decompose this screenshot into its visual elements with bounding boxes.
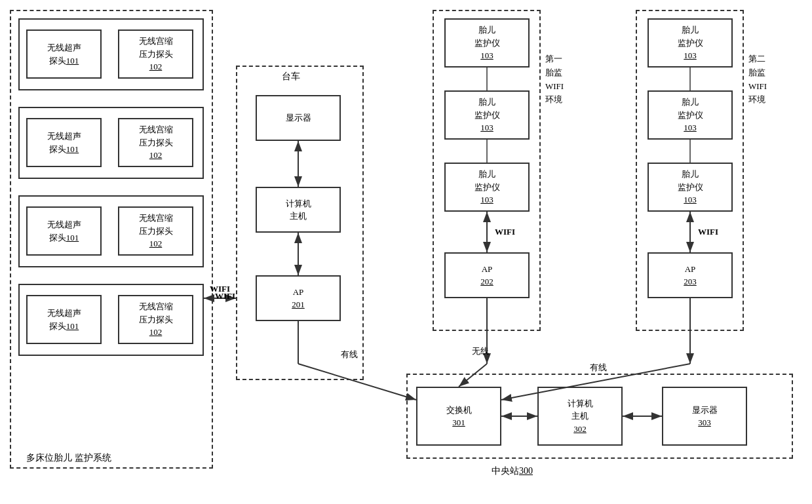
fetal-1-1: 胎儿监护仪103 <box>444 18 530 68</box>
ap201-box: AP201 <box>256 275 341 321</box>
central-station-label: 中央站300 <box>492 465 533 477</box>
fetal-2-3: 胎儿监护仪103 <box>648 163 733 212</box>
fetal-1-2: 胎儿监护仪103 <box>444 90 530 140</box>
diagram-container: 多床位胎儿 监护系统 无线超声探头101 无线宫缩压力探头102 无线超声探头1… <box>0 0 812 504</box>
first-wifi-label: 第一胎监WIFI环境 <box>545 52 564 107</box>
ultrasound-4: 无线超声探头101 <box>26 295 102 344</box>
ultrasound-1: 无线超声探头101 <box>26 29 102 79</box>
svg-text:有线: 有线 <box>590 362 607 372</box>
wifi-ap201-label: WIFI <box>215 291 235 301</box>
monitor-303: 显示器303 <box>662 387 747 446</box>
device-row-2: 无线超声探头101 无线宫缩压力探头102 <box>18 107 204 179</box>
second-wifi-label: 第二胎监WIFI环境 <box>748 52 767 107</box>
device-row-4: 无线超声探头101 无线宫缩压力探头102 <box>18 284 204 356</box>
pressure-4: 无线宫缩压力探头102 <box>118 295 193 344</box>
taiche-computer: 计算机主机 <box>256 187 341 233</box>
multi-bed-label: 多床位胎儿 监护系统 <box>26 452 111 464</box>
ultrasound-2: 无线超声探头101 <box>26 118 102 167</box>
pressure-3: 无线宫缩压力探头102 <box>118 206 193 256</box>
pressure-2: 无线宫缩压力探头102 <box>118 118 193 167</box>
fetal-2-2: 胎儿监护仪103 <box>648 90 733 140</box>
pressure-1: 无线宫缩压力探头102 <box>118 29 193 79</box>
ultrasound-3: 无线超声探头101 <box>26 206 102 256</box>
ap203-box: AP203 <box>648 252 733 298</box>
switch-301: 交换机301 <box>416 387 501 446</box>
fetal-2-1: 胎儿监护仪103 <box>648 18 733 68</box>
computer-302: 计算机主机302 <box>537 387 623 446</box>
svg-text:无线: 无线 <box>472 346 489 356</box>
taiche-monitor: 显示器 <box>256 95 341 141</box>
taiche-label: 台车 <box>282 71 300 83</box>
device-row-3: 无线超声探头101 无线宫缩压力探头102 <box>18 195 204 267</box>
device-row-1: 无线超声探头101 无线宫缩压力探头102 <box>18 18 204 90</box>
fetal-1-3: 胎儿监护仪103 <box>444 163 530 212</box>
ap202-box: AP202 <box>444 252 530 298</box>
